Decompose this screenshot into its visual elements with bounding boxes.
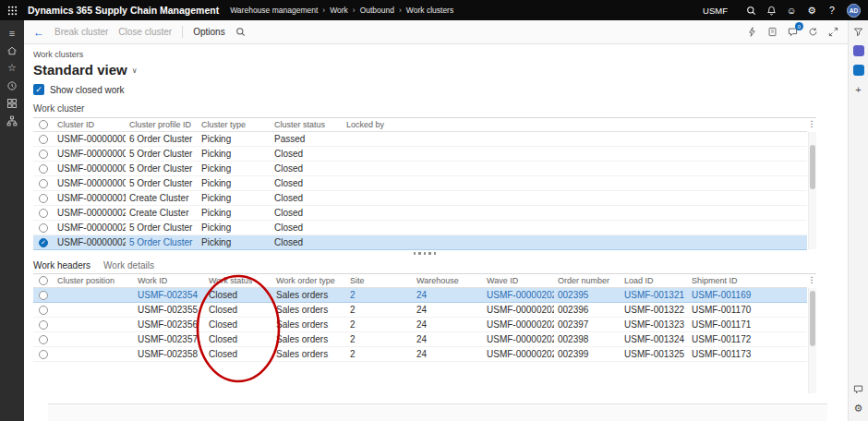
column-header-order-number[interactable]: Order number xyxy=(554,276,621,285)
table-row[interactable]: USMF-002356ClosedSales orders224USMF-000… xyxy=(33,318,807,332)
table-row[interactable]: USMF-0000000225 Order ClusterPickingClos… xyxy=(33,221,807,235)
cell-link[interactable]: USMF-001321 xyxy=(621,290,688,300)
table-row[interactable]: USMF-0000000075 Order ClusterPickingClos… xyxy=(33,147,807,162)
expand-icon[interactable] xyxy=(828,27,838,37)
messages-icon[interactable]: 0 xyxy=(788,27,798,37)
row-selector[interactable] xyxy=(33,191,54,205)
select-all-checkbox[interactable] xyxy=(33,274,54,287)
scrollbar-thumb[interactable] xyxy=(810,145,815,189)
feedback-smiley-icon[interactable]: ☺ xyxy=(784,5,799,16)
column-header-work-order-type[interactable]: Work order type xyxy=(272,276,346,285)
settings-gear-icon[interactable]: ⚙ xyxy=(804,5,819,16)
tab-work-cluster[interactable]: Work cluster xyxy=(33,103,84,117)
flash-icon[interactable] xyxy=(747,27,757,37)
search-icon[interactable] xyxy=(743,6,758,16)
favorites-star-icon[interactable]: ☆ xyxy=(0,59,24,77)
tab-work-details[interactable]: Work details xyxy=(103,257,154,273)
cell-link[interactable]: USMF-001169 xyxy=(688,290,807,300)
workspaces-hierarchy-icon[interactable] xyxy=(0,112,24,129)
app-title[interactable]: Dynamics 365 Supply Chain Management xyxy=(28,5,219,16)
column-header-work-id[interactable]: Work ID xyxy=(134,276,205,285)
row-selector[interactable] xyxy=(33,288,54,302)
column-header-work-status[interactable]: Work status xyxy=(205,276,272,285)
break-cluster-button[interactable]: Break cluster xyxy=(54,27,108,37)
row-selector[interactable] xyxy=(33,332,54,346)
search-icon[interactable] xyxy=(235,27,246,37)
checkbox-check-icon[interactable]: ✓ xyxy=(33,84,44,95)
table-row[interactable]: ✓USMF-0000000245 Order ClusterPickingClo… xyxy=(33,235,807,250)
table-row[interactable]: USMF-002357ClosedSales orders224USMF-000… xyxy=(33,332,807,347)
row-selector[interactable] xyxy=(33,221,54,235)
chat-support-icon[interactable] xyxy=(853,384,863,394)
select-all-checkbox[interactable] xyxy=(33,118,54,131)
scrollbar-thumb[interactable] xyxy=(810,291,815,346)
breadcrumb-item[interactable]: Work clusters xyxy=(406,6,453,15)
cell-link[interactable]: 5 Order Cluster xyxy=(126,237,198,247)
column-header-cluster-type[interactable]: Cluster type xyxy=(198,120,271,129)
row-selector[interactable]: ✓ xyxy=(33,235,54,249)
table-row[interactable]: USMF-000000019Create ClusterPickingClose… xyxy=(33,191,807,206)
back-button[interactable]: ← xyxy=(33,26,44,39)
row-selector[interactable] xyxy=(33,318,54,331)
company-picker[interactable]: USMF xyxy=(703,6,728,16)
cluster-grid-scrollbar[interactable] xyxy=(808,132,816,249)
row-selector[interactable] xyxy=(33,176,54,190)
row-selector[interactable] xyxy=(33,132,54,146)
cell-link[interactable]: 24 xyxy=(413,290,483,300)
hamburger-menu-icon[interactable]: ≡ xyxy=(0,24,24,42)
settings-gear-icon[interactable]: ⚙ xyxy=(854,403,863,415)
row-selector[interactable] xyxy=(33,162,54,175)
recent-clock-icon[interactable] xyxy=(0,77,24,94)
add-app-plus-icon[interactable]: + xyxy=(855,84,861,95)
cell-link[interactable]: USMF-002354 xyxy=(134,290,205,300)
table-row[interactable]: USMF-0000000095 Order ClusterPickingClos… xyxy=(33,176,807,191)
table-row[interactable]: USMF-002355ClosedSales orders224USMF-000… xyxy=(33,303,807,318)
row-selector[interactable] xyxy=(33,206,54,220)
row-selector[interactable] xyxy=(33,347,54,361)
column-header-cluster-profile-id[interactable]: Cluster profile ID xyxy=(126,120,198,129)
column-header-cluster-position[interactable]: Cluster position xyxy=(54,276,134,285)
notifications-bell-icon[interactable] xyxy=(764,6,778,16)
column-header-shipment-id[interactable]: Shipment ID xyxy=(688,276,807,285)
table-row[interactable]: USMF-0000000085 Order ClusterPickingClos… xyxy=(33,162,807,176)
cell-link[interactable]: USMF-000002025 xyxy=(483,290,554,300)
options-tab[interactable]: Options xyxy=(193,27,224,37)
cell-link[interactable]: 2 xyxy=(346,290,413,300)
column-header-cluster-status[interactable]: Cluster status xyxy=(271,120,343,129)
view-title[interactable]: Standard view ∨ xyxy=(33,61,138,78)
task-guide-book-icon[interactable] xyxy=(767,27,778,37)
grid-splitter[interactable] xyxy=(33,249,816,257)
filter-funnel-icon[interactable] xyxy=(853,27,863,37)
table-row[interactable]: USMF-002358ClosedSales orders224USMF-000… xyxy=(33,347,807,362)
row-selector[interactable] xyxy=(33,147,54,161)
breadcrumb-item[interactable]: Outbound xyxy=(360,6,394,15)
app-launcher-button[interactable] xyxy=(0,0,24,20)
table-row[interactable]: USMF-0000000066 Order ClusterPickingPass… xyxy=(33,132,807,147)
column-header-warehouse[interactable]: Warehouse xyxy=(413,276,483,285)
breadcrumb-item[interactable]: Work xyxy=(330,6,348,15)
cell-link[interactable]: 002395 xyxy=(554,290,621,300)
power-apps-icon[interactable] xyxy=(853,65,864,76)
page-breadcrumb[interactable]: Work clusters xyxy=(33,50,83,60)
row-selector[interactable] xyxy=(33,303,54,317)
column-options-icon[interactable]: ⋮ xyxy=(807,119,816,128)
close-cluster-button[interactable]: Close cluster xyxy=(118,27,172,37)
column-header-locked-by[interactable]: Locked by xyxy=(343,120,807,129)
avatar[interactable]: AD xyxy=(847,4,861,18)
table-row[interactable]: USMF-000000020Create ClusterPickingClose… xyxy=(33,206,807,221)
teams-app-icon[interactable] xyxy=(853,45,864,56)
tab-work-headers[interactable]: Work headers xyxy=(33,257,90,273)
help-icon[interactable]: ? xyxy=(825,5,839,16)
breadcrumb-item[interactable]: Warehouse management xyxy=(230,6,318,15)
column-header-load-id[interactable]: Load ID xyxy=(621,276,688,285)
column-header-site[interactable]: Site xyxy=(346,276,413,285)
refresh-icon[interactable] xyxy=(808,27,818,37)
modules-grid-icon[interactable] xyxy=(0,94,24,112)
table-row[interactable]: USMF-002354ClosedSales orders224USMF-000… xyxy=(33,288,807,303)
column-header-cluster-id[interactable]: Cluster ID xyxy=(54,120,126,129)
column-options-icon[interactable]: ⋮ xyxy=(807,275,816,284)
home-icon[interactable] xyxy=(0,42,24,59)
show-closed-work-checkbox[interactable]: ✓ Show closed work xyxy=(33,83,125,96)
column-header-wave-id[interactable]: Wave ID xyxy=(483,276,554,285)
work-grid-scrollbar[interactable] xyxy=(808,288,816,393)
